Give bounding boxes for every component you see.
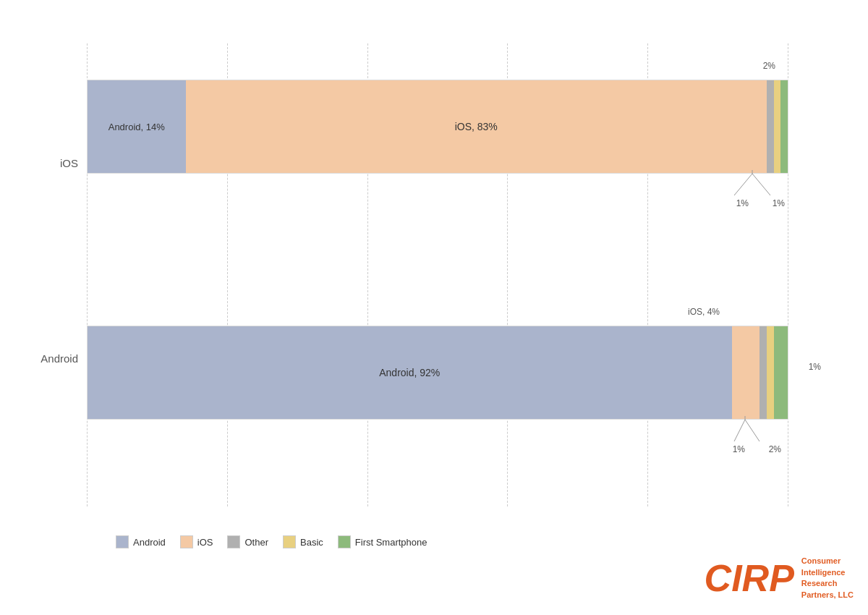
- svg-line-1: [752, 174, 770, 195]
- legend-ios-label: iOS: [197, 537, 213, 548]
- ios-callout-1pct-right: 1%: [773, 198, 785, 208]
- svg-line-4: [734, 420, 745, 441]
- ios-callout-1pct-left: 1%: [736, 198, 749, 208]
- ios-ios-label: iOS, 83%: [455, 121, 498, 132]
- legend-other: Other: [227, 535, 268, 548]
- android-callout-2pct-right: 2%: [769, 444, 781, 454]
- android-android-label: Android, 92%: [379, 367, 440, 378]
- cirp-small-text: Consumer Intelligence Research Partners,…: [801, 556, 854, 601]
- ios-basic-segment: [774, 80, 781, 173]
- first-swatch: [338, 535, 351, 548]
- legend-android-label: Android: [133, 537, 166, 548]
- legend: Android iOS Other Basic First Smartphone: [65, 535, 854, 552]
- y-label-ios: iOS: [36, 157, 87, 169]
- basic-swatch: [283, 535, 296, 548]
- legend-basic-label: Basic: [300, 537, 323, 548]
- ios-swatch: [180, 535, 193, 548]
- y-label-android: Android: [36, 352, 87, 365]
- ios-callout-2pct: 2%: [763, 61, 775, 71]
- android-ios-segment: [732, 326, 760, 419]
- cirp-logo: CIRP Consumer Intelligence Research Part…: [705, 556, 854, 601]
- legend-first: First Smartphone: [338, 535, 427, 548]
- legend-first-label: First Smartphone: [355, 537, 427, 548]
- svg-line-0: [734, 174, 752, 195]
- legend-ios: iOS: [180, 535, 213, 548]
- chart-container: iOS Android Android, 14%: [0, 0, 868, 615]
- android-basic-segment: [767, 326, 774, 419]
- ios-callout-lines: [731, 174, 788, 217]
- android-swatch: [116, 535, 129, 548]
- ios-ios-segment: iOS, 83%: [186, 80, 767, 173]
- android-callout-1pct-left: 1%: [733, 444, 745, 454]
- legend-other-label: Other: [244, 537, 268, 548]
- android-right-1pct: 1%: [809, 362, 821, 372]
- android-other-segment: [760, 326, 767, 419]
- ios-first-segment: [780, 80, 788, 173]
- legend-basic: Basic: [283, 535, 323, 548]
- android-ios-callout-label: iOS, 4%: [688, 307, 720, 317]
- android-first-segment: [774, 326, 788, 419]
- ios-android-segment: Android, 14%: [88, 80, 186, 173]
- cirp-big-text: CIRP: [705, 559, 794, 597]
- ios-android-label: Android, 14%: [109, 122, 165, 132]
- ios-other-segment: [767, 80, 774, 173]
- android-bar: Android, 92%: [87, 326, 788, 420]
- other-swatch: [227, 535, 240, 548]
- android-callout-lines: [731, 420, 788, 463]
- android-android-segment: Android, 92%: [88, 326, 732, 419]
- legend-android: Android: [116, 535, 166, 548]
- ios-bar: Android, 14% iOS, 83%: [87, 80, 788, 174]
- svg-line-5: [745, 420, 760, 441]
